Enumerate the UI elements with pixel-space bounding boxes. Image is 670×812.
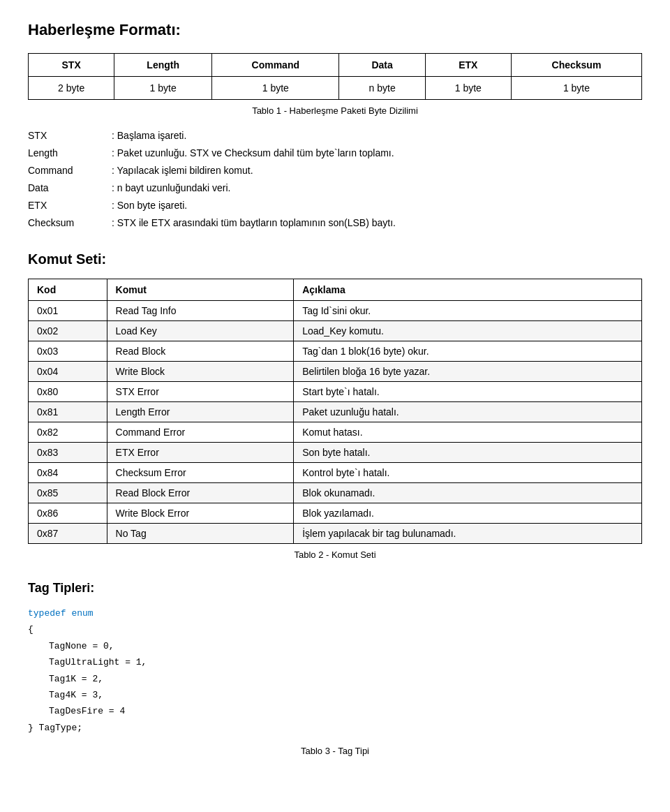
table-row: 0x80STX ErrorStart byte`ı hatalı. bbox=[29, 382, 642, 402]
definition-value: : Paket uzunluğu. STX ve Checksum dahil … bbox=[112, 146, 642, 161]
table-cell-aciklama: Belirtilen bloğa 16 byte yazar. bbox=[294, 362, 642, 382]
definition-value: : STX ile ETX arasındaki tüm baytların t… bbox=[112, 216, 642, 230]
table-cell-kod: 0x82 bbox=[29, 422, 107, 443]
table-cell-komut: Length Error bbox=[107, 402, 294, 422]
table-cell-kod: 0x01 bbox=[29, 301, 107, 321]
cmd-col-header: Kod bbox=[29, 279, 107, 301]
table-cell-aciklama: Tag Id`sini okur. bbox=[294, 301, 642, 321]
packet-table-caption: Tablo 1 - Haberleşme Paketi Byte Dizilim… bbox=[28, 105, 642, 116]
table-cell-aciklama: Kontrol byte`ı hatalı. bbox=[294, 463, 642, 483]
table-cell-kod: 0x84 bbox=[29, 463, 107, 483]
table-row: 0x03Read BlockTag`dan 1 blok(16 byte) ok… bbox=[29, 341, 642, 362]
table-row: 0x83ETX ErrorSon byte hatalı. bbox=[29, 443, 642, 463]
definition-key: ETX bbox=[28, 198, 112, 213]
table-cell-kod: 0x81 bbox=[29, 402, 107, 422]
definition-value: : Yapılacak işlemi bildiren komut. bbox=[112, 163, 642, 178]
cmd-table-body: 0x01Read Tag InfoTag Id`sini okur.0x02Lo… bbox=[29, 301, 642, 544]
definition-value: : n bayt uzunluğundaki veri. bbox=[112, 181, 642, 195]
definition-key: Data bbox=[28, 181, 112, 195]
packet-col-header: ETX bbox=[425, 54, 511, 77]
table-cell-komut: No Tag bbox=[107, 524, 294, 544]
table-cell-aciklama: İşlem yapılacak bir tag bulunamadı. bbox=[294, 524, 642, 544]
table-cell-komut: ETX Error bbox=[107, 443, 294, 463]
table-cell-aciklama: Start byte`ı hatalı. bbox=[294, 382, 642, 402]
table-cell-aciklama: Blok okunamadı. bbox=[294, 483, 642, 503]
definitions-block: STX: Başlama işareti.Length: Paket uzunl… bbox=[28, 128, 642, 230]
packet-col-sub: 1 byte bbox=[511, 77, 641, 100]
table-cell-aciklama: Paket uzunluğu hatalı. bbox=[294, 402, 642, 422]
page-title: Haberleşme Formatı: bbox=[28, 21, 642, 39]
definition-row: STX: Başlama işareti. bbox=[28, 128, 642, 143]
tag-section: Tag Tipleri: typedef enum{TagNone = 0,Ta… bbox=[28, 581, 642, 756]
packet-sub-row: 2 byte1 byte1 byten byte1 byte1 byte bbox=[29, 77, 642, 100]
tag-section-title: Tag Tipleri: bbox=[28, 581, 642, 596]
komut-section-title: Komut Seti: bbox=[28, 251, 642, 267]
table-cell-komut: Write Block Error bbox=[107, 503, 294, 524]
table-cell-kod: 0x02 bbox=[29, 321, 107, 341]
table-cell-komut: Checksum Error bbox=[107, 463, 294, 483]
code-block: typedef enum{TagNone = 0,TagUltraLight =… bbox=[28, 605, 642, 736]
code-line: TagNone = 0, bbox=[28, 638, 642, 654]
table-cell-komut: Load Key bbox=[107, 321, 294, 341]
table-cell-aciklama: Son byte hatalı. bbox=[294, 443, 642, 463]
code-line: TagDesFire = 4 bbox=[28, 703, 642, 719]
definition-key: Length bbox=[28, 146, 112, 161]
code-line: Tag4K = 3, bbox=[28, 687, 642, 703]
table-cell-komut: Read Block Error bbox=[107, 483, 294, 503]
code-line: TagUltraLight = 1, bbox=[28, 654, 642, 670]
table-row: 0x81Length ErrorPaket uzunluğu hatalı. bbox=[29, 402, 642, 422]
packet-header-row: STXLengthCommandDataETXChecksum bbox=[29, 54, 642, 77]
definition-key: Checksum bbox=[28, 216, 112, 230]
table-cell-komut: Read Tag Info bbox=[107, 301, 294, 321]
komut-section: Komut Seti: KodKomutAçıklama 0x01Read Ta… bbox=[28, 251, 642, 560]
table-cell-aciklama: Komut hatası. bbox=[294, 422, 642, 443]
cmd-header-row: KodKomutAçıklama bbox=[29, 279, 642, 301]
table-cell-komut: STX Error bbox=[107, 382, 294, 402]
table-row: 0x82Command ErrorKomut hatası. bbox=[29, 422, 642, 443]
packet-col-header: Command bbox=[212, 54, 339, 77]
code-line: } TagType; bbox=[28, 720, 642, 736]
packet-col-header: Length bbox=[114, 54, 212, 77]
packet-col-header: STX bbox=[29, 54, 114, 77]
table-cell-kod: 0x83 bbox=[29, 443, 107, 463]
table-cell-kod: 0x85 bbox=[29, 483, 107, 503]
cmd-col-header: Komut bbox=[107, 279, 294, 301]
table-row: 0x84Checksum ErrorKontrol byte`ı hatalı. bbox=[29, 463, 642, 483]
definition-row: Checksum: STX ile ETX arasındaki tüm bay… bbox=[28, 216, 642, 230]
table-cell-kod: 0x87 bbox=[29, 524, 107, 544]
packet-col-sub: n byte bbox=[339, 77, 425, 100]
table-cell-kod: 0x03 bbox=[29, 341, 107, 362]
definition-value: : Başlama işareti. bbox=[112, 128, 642, 143]
packet-col-sub: 1 byte bbox=[425, 77, 511, 100]
komut-table-caption: Tablo 2 - Komut Seti bbox=[28, 549, 642, 560]
table-cell-aciklama: Tag`dan 1 blok(16 byte) okur. bbox=[294, 341, 642, 362]
definition-row: ETX: Son byte işareti. bbox=[28, 198, 642, 213]
table-cell-komut: Read Block bbox=[107, 341, 294, 362]
packet-col-sub: 2 byte bbox=[29, 77, 114, 100]
table-row: 0x85Read Block ErrorBlok okunamadı. bbox=[29, 483, 642, 503]
table-cell-aciklama: Blok yazılamadı. bbox=[294, 503, 642, 524]
table-row: 0x01Read Tag InfoTag Id`sini okur. bbox=[29, 301, 642, 321]
table-cell-kod: 0x86 bbox=[29, 503, 107, 524]
table-cell-komut: Write Block bbox=[107, 362, 294, 382]
packet-col-header: Data bbox=[339, 54, 425, 77]
definition-row: Data: n bayt uzunluğundaki veri. bbox=[28, 181, 642, 195]
table-row: 0x04Write BlockBelirtilen bloğa 16 byte … bbox=[29, 362, 642, 382]
definition-value: : Son byte işareti. bbox=[112, 198, 642, 213]
table-cell-kod: 0x80 bbox=[29, 382, 107, 402]
cmd-col-header: Açıklama bbox=[294, 279, 642, 301]
code-line: { bbox=[28, 621, 642, 637]
code-line-keyword: typedef enum bbox=[28, 605, 642, 621]
definition-row: Command: Yapılacak işlemi bildiren komut… bbox=[28, 163, 642, 178]
komut-table: KodKomutAçıklama 0x01Read Tag InfoTag Id… bbox=[28, 279, 642, 544]
packet-col-sub: 1 byte bbox=[212, 77, 339, 100]
packet-format-table: STXLengthCommandDataETXChecksum 2 byte1 … bbox=[28, 53, 642, 100]
code-line: Tag1K = 2, bbox=[28, 671, 642, 687]
definition-row: Length: Paket uzunluğu. STX ve Checksum … bbox=[28, 146, 642, 161]
table-cell-komut: Command Error bbox=[107, 422, 294, 443]
tag-table-caption: Tablo 3 - Tag Tipi bbox=[28, 746, 642, 756]
table-row: 0x87No Tagİşlem yapılacak bir tag buluna… bbox=[29, 524, 642, 544]
table-cell-kod: 0x04 bbox=[29, 362, 107, 382]
packet-col-header: Checksum bbox=[511, 54, 641, 77]
definition-key: Command bbox=[28, 163, 112, 178]
